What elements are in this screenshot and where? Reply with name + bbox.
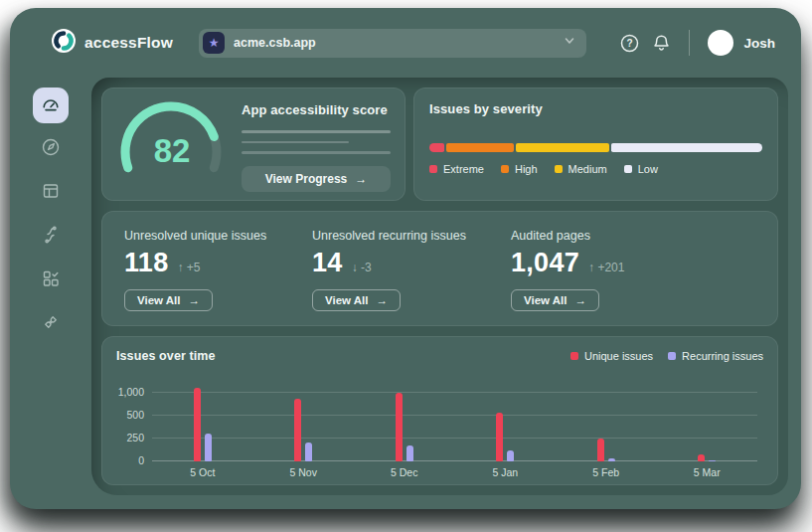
- bar: [496, 413, 503, 461]
- score-card: 82 App accessibility score View Progress…: [101, 88, 406, 201]
- bar: [294, 399, 301, 461]
- view-all-button[interactable]: View All →: [511, 289, 599, 311]
- legend-item: Unique issues: [570, 350, 653, 362]
- x-tick-label: 5 Mar: [657, 466, 758, 478]
- chart-legend: Unique issues Recurring issues: [570, 350, 763, 362]
- severity-segment-extreme: [429, 143, 444, 152]
- stat-value: 1,047: [511, 248, 579, 278]
- sidebar-item-tasks[interactable]: [33, 263, 69, 298]
- stat-unique-issues: Unresolved unique issues 118 ↑ +5 View A…: [124, 229, 312, 325]
- sidebar-item-flows[interactable]: [33, 219, 69, 255]
- sidebar-item-dashboard[interactable]: [33, 88, 69, 123]
- bar-group: [152, 388, 253, 461]
- legend-label: High: [515, 163, 538, 175]
- help-icon[interactable]: ?: [620, 34, 639, 53]
- bar: [305, 443, 312, 461]
- bar: [205, 434, 212, 461]
- bar: [709, 460, 716, 461]
- legend-swatch-unique: [570, 352, 578, 360]
- arrow-right-icon: →: [376, 294, 388, 306]
- delta-value: -3: [361, 261, 372, 274]
- content-panel: 82 App accessibility score View Progress…: [91, 78, 788, 495]
- severity-segment-medium: [516, 143, 609, 152]
- legend-swatch-high: [501, 165, 509, 173]
- legend-item: Recurring issues: [668, 350, 763, 362]
- x-tick-label: 5 Nov: [253, 466, 355, 478]
- x-tick-label: 5 Oct: [152, 466, 253, 478]
- plug-icon: [41, 312, 61, 336]
- layout-icon: [41, 181, 61, 205]
- delta-value: +201: [597, 261, 624, 274]
- severity-segment-low: [611, 143, 762, 152]
- brand: accessFlow: [52, 29, 173, 57]
- stats-card: Unresolved unique issues 118 ↑ +5 View A…: [101, 211, 778, 326]
- bar: [396, 393, 403, 462]
- bar-group: [354, 393, 455, 462]
- arrow-right-icon: →: [355, 172, 367, 186]
- legend-swatch-extreme: [429, 165, 437, 173]
- chart-x-labels: 5 Oct5 Nov5 Dec5 Jan5 Feb5 Mar: [152, 466, 757, 478]
- arrow-right-icon: →: [188, 294, 200, 306]
- legend-label: Low: [638, 163, 658, 175]
- sidebar: [10, 78, 91, 509]
- brand-name: accessFlow: [84, 34, 173, 52]
- top-bar: accessFlow ★ acme.csb.app ?: [10, 8, 801, 78]
- view-all-button[interactable]: View All →: [124, 289, 213, 311]
- chart-plot-area: [152, 379, 757, 461]
- view-progress-button[interactable]: View Progress →: [242, 166, 391, 192]
- stat-label: Audited pages: [511, 229, 755, 243]
- view-all-label: View All: [325, 294, 368, 306]
- topbar-right: ? Josh: [620, 30, 775, 56]
- arrow-up-icon: ↑: [177, 261, 183, 274]
- sidebar-item-explore[interactable]: [33, 131, 69, 167]
- severity-card: Issues by severity Extreme High Medium L…: [413, 88, 778, 201]
- stat-delta: ↑ +201: [588, 261, 624, 274]
- sidebar-item-pages[interactable]: [33, 175, 69, 211]
- avatar[interactable]: [708, 30, 733, 56]
- severity-card-title: Issues by severity: [429, 101, 762, 116]
- gauge-icon: [41, 93, 61, 117]
- stat-label: Unresolved unique issues: [124, 229, 312, 243]
- legend-label: Extreme: [443, 163, 484, 175]
- chevron-down-icon: [563, 34, 576, 52]
- project-selector[interactable]: ★ acme.csb.app: [199, 29, 586, 58]
- bar-group: [556, 439, 657, 462]
- y-tick-label: 500: [126, 409, 144, 421]
- score-card-title: App accessibility score: [242, 102, 391, 117]
- skeleton-line: [242, 130, 391, 133]
- legend-swatch-low: [624, 165, 632, 173]
- y-tick-label: 1,000: [118, 386, 144, 398]
- bar-group: [253, 399, 355, 461]
- view-all-label: View All: [137, 294, 180, 306]
- grid-check-icon: [41, 268, 61, 292]
- skeleton-line: [242, 151, 391, 154]
- accessibility-score-gauge: 82: [112, 96, 232, 190]
- y-tick-label: 0: [138, 454, 144, 466]
- star-icon: ★: [203, 32, 225, 54]
- stat-label: Unresolved recurring issues: [312, 229, 511, 243]
- view-progress-label: View Progress: [265, 172, 348, 186]
- stat-delta: ↑ +5: [177, 261, 200, 274]
- legend-item: High: [501, 163, 538, 175]
- chart-title: Issues over time: [116, 349, 216, 363]
- chart-y-labels: 02505001,000: [116, 379, 144, 461]
- score-value: 82: [112, 132, 232, 170]
- view-all-button[interactable]: View All →: [312, 289, 401, 311]
- chart-bars: [152, 379, 757, 461]
- arrow-up-icon: ↑: [588, 261, 594, 274]
- bar: [406, 445, 413, 461]
- stat-delta: ↓ -3: [352, 261, 372, 274]
- notifications-bell-icon[interactable]: [652, 34, 671, 53]
- sidebar-item-integrations[interactable]: [33, 306, 69, 342]
- skeleton-line: [242, 141, 349, 144]
- legend-label: Recurring issues: [682, 350, 763, 362]
- x-tick-label: 5 Jan: [455, 466, 557, 478]
- legend-item: Low: [624, 163, 658, 175]
- severity-legend: Extreme High Medium Low: [429, 163, 762, 175]
- compass-icon: [41, 137, 61, 161]
- legend-label: Medium: [568, 163, 607, 175]
- legend-swatch-medium: [555, 165, 563, 173]
- bar-group: [455, 413, 557, 461]
- legend-label: Unique issues: [584, 350, 653, 362]
- view-all-label: View All: [524, 294, 567, 306]
